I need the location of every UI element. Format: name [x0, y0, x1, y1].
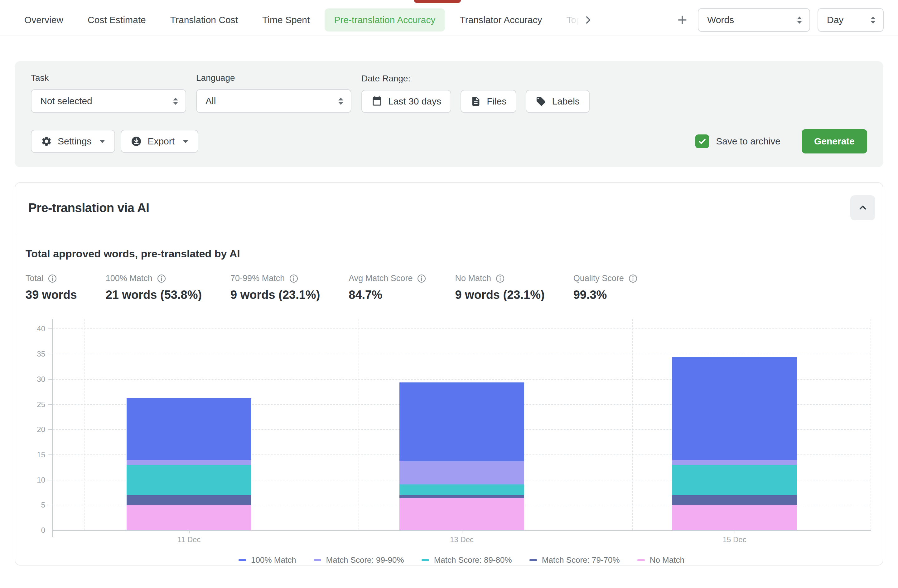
tab-overview[interactable]: Overview	[15, 8, 73, 31]
bar-11-dec[interactable]	[127, 398, 251, 530]
settings-button[interactable]: Settings	[31, 130, 115, 153]
legend-item-100-match[interactable]: 100% Match	[238, 555, 296, 565]
bar-segment-match-score-89-80-15-dec[interactable]	[672, 465, 797, 495]
info-icon[interactable]	[157, 274, 166, 283]
bar-segment-match-score-99-90-11-dec[interactable]	[127, 460, 251, 465]
caret-down-icon	[183, 140, 188, 143]
legend-item-match-score-89-80[interactable]: Match Score: 89-80%	[421, 555, 512, 565]
date-range-value: Last 30 days	[388, 96, 441, 107]
stat-value: 84.7%	[349, 288, 426, 302]
legend-label: Match Score: 79-70%	[542, 555, 620, 565]
gear-icon	[41, 136, 52, 147]
tab-translator-accuracy[interactable]: Translator Accuracy	[451, 8, 552, 31]
y-axis-label: 10	[37, 476, 45, 485]
stat-100-match: 100% Match21 words (53.8%)	[106, 274, 202, 302]
info-icon[interactable]	[628, 274, 638, 283]
labels-label: Labels	[552, 96, 579, 107]
x-gridline	[84, 319, 85, 530]
legend-label: 100% Match	[251, 555, 296, 565]
stat-total: Total39 words	[26, 274, 77, 302]
unit-select[interactable]: Words	[698, 8, 810, 32]
language-select-value: All	[206, 96, 216, 106]
bar-segment-match-score-89-80-11-dec[interactable]	[127, 465, 251, 495]
date-range-label: Date Range:	[361, 74, 590, 84]
labels-filter-button[interactable]: Labels	[526, 90, 589, 113]
bar-15-dec[interactable]	[672, 357, 797, 530]
x-gridline	[632, 319, 633, 530]
legend-swatch	[238, 559, 246, 561]
tab-top[interactable]: Top	[557, 8, 580, 31]
language-label: Language	[196, 73, 351, 83]
language-select[interactable]: All	[196, 89, 351, 113]
x-gridline	[358, 319, 359, 530]
select-caret-icon	[870, 17, 875, 24]
stat-label: Total	[26, 274, 43, 283]
y-axis-label: 30	[37, 375, 45, 384]
save-to-archive-checkbox[interactable]	[695, 134, 709, 148]
stat-label: 100% Match	[106, 274, 152, 283]
bar-segment-100-match-15-dec[interactable]	[672, 357, 797, 460]
info-icon[interactable]	[289, 274, 298, 283]
bar-segment-match-score-99-90-15-dec[interactable]	[672, 460, 797, 465]
info-icon[interactable]	[48, 274, 57, 283]
bar-segment-100-match-13-dec[interactable]	[400, 382, 524, 461]
legend-item-no-match[interactable]: No Match	[637, 555, 684, 565]
collapse-section-button[interactable]	[850, 195, 875, 220]
bar-segment-100-match-11-dec[interactable]	[127, 398, 251, 460]
chevron-up-icon	[858, 202, 868, 213]
bar-segment-match-score-99-90-13-dec[interactable]	[400, 461, 524, 485]
legend-item-match-score-79-70[interactable]: Match Score: 79-70%	[529, 555, 620, 565]
add-report-tab-button[interactable]	[674, 12, 690, 28]
files-filter-button[interactable]: Files	[461, 90, 516, 113]
tab-cost-estimate[interactable]: Cost Estimate	[78, 8, 155, 31]
check-icon	[698, 137, 707, 146]
bar-13-dec[interactable]	[400, 382, 524, 530]
save-to-archive-label: Save to archive	[716, 136, 780, 146]
bar-segment-no-match-13-dec[interactable]	[400, 498, 524, 530]
legend-label: Match Score: 89-80%	[434, 555, 512, 565]
chart-plot-area: 051015202530354011 Dec13 Dec15 Dec	[52, 319, 871, 531]
task-select-value: Not selected	[40, 96, 92, 106]
bar-segment-match-score-79-70-15-dec[interactable]	[672, 495, 797, 505]
screen-edge-artifact	[414, 0, 461, 3]
legend-swatch	[637, 559, 645, 561]
info-icon[interactable]	[495, 274, 505, 283]
x-axis-label-15-dec: 15 Dec	[697, 535, 772, 544]
x-axis-label-13-dec: 13 Dec	[424, 535, 499, 544]
bar-segment-no-match-15-dec[interactable]	[672, 505, 797, 530]
stat-value: 39 words	[26, 288, 77, 302]
stat-no-match: No Match9 words (23.1%)	[455, 274, 544, 302]
y-axis-label: 15	[37, 451, 45, 459]
download-icon	[131, 136, 142, 147]
legend-swatch	[421, 559, 429, 561]
export-button[interactable]: Export	[121, 130, 198, 153]
stat-value: 9 words (23.1%)	[231, 288, 320, 302]
bar-segment-match-score-79-70-13-dec[interactable]	[400, 495, 524, 498]
period-select[interactable]: Day	[818, 8, 884, 32]
tab-time-spent[interactable]: Time Spent	[253, 8, 319, 31]
task-label: Task	[31, 73, 186, 83]
stat-quality-score: Quality Score99.3%	[574, 274, 638, 302]
y-axis-label: 5	[41, 501, 45, 509]
task-select[interactable]: Not selected	[31, 89, 186, 113]
stat-label: Quality Score	[574, 274, 624, 283]
legend-item-match-score-99-90[interactable]: Match Score: 99-90%	[314, 555, 404, 565]
tabs-overflow-chevron-icon[interactable]	[580, 12, 596, 28]
y-gridline	[53, 328, 871, 329]
chart-title: Total approved words, pre-translated by …	[26, 248, 876, 260]
bar-segment-match-score-79-70-11-dec[interactable]	[127, 495, 251, 505]
caret-down-icon	[100, 140, 105, 143]
y-axis-label: 40	[37, 325, 45, 333]
date-range-button[interactable]: Last 30 days	[361, 90, 451, 113]
generate-button[interactable]: Generate	[802, 129, 867, 154]
legend-label: Match Score: 99-90%	[326, 555, 404, 565]
bar-segment-no-match-11-dec[interactable]	[127, 505, 251, 530]
bar-segment-match-score-89-80-13-dec[interactable]	[400, 485, 524, 495]
info-icon[interactable]	[417, 274, 426, 283]
tag-icon	[536, 96, 546, 107]
tab-pre-translation-accuracy[interactable]: Pre-translation Accuracy	[324, 8, 444, 31]
task-filter: Task Not selected	[31, 73, 186, 113]
settings-label: Settings	[58, 136, 91, 146]
report-filter-panel: Task Not selected Language All Date Rang…	[15, 61, 883, 167]
tab-translation-cost[interactable]: Translation Cost	[161, 8, 247, 31]
